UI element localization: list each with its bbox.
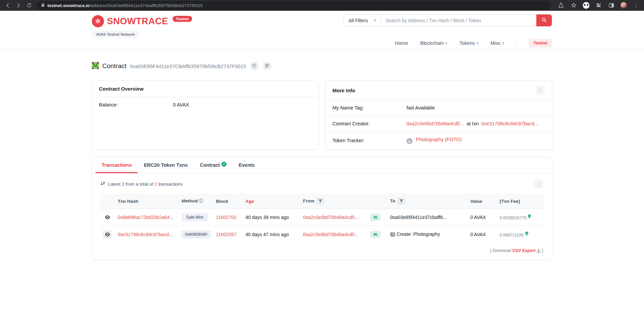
browser-back-icon[interactable] xyxy=(4,2,11,9)
extensions-puzzle-icon[interactable] xyxy=(595,2,602,9)
info-circle-icon[interactable]: ⓘ xyxy=(199,198,203,203)
tab-bar: Transactions ERC20 Token Txns Contract✓ … xyxy=(92,157,552,173)
qr-code-button[interactable] xyxy=(263,62,272,70)
nav-blockchain[interactable]: Blockchain▾ xyxy=(420,40,448,46)
snowtrace-logo[interactable]: ❄ SNOWTRACE Testnet xyxy=(92,13,192,27)
col-header-age[interactable]: Age xyxy=(243,194,300,209)
col-header-block: Block xyxy=(213,194,243,209)
col-header-value: Value xyxy=(468,194,497,209)
method-badge[interactable]: 0x60806040 xyxy=(182,230,211,239)
value-cell: 0 AVAX xyxy=(468,226,497,243)
from-address-link[interactable]: 0xa2c5e0bd70b48a4cd5... xyxy=(303,232,359,237)
download-prefix: [ Download xyxy=(490,248,511,253)
balance-label: Balance: xyxy=(99,102,173,107)
copy-address-button[interactable] xyxy=(250,62,259,70)
tab-events-label: Events xyxy=(239,162,255,168)
browser-menu-kebab-icon[interactable]: ⋮ xyxy=(633,2,640,9)
tab-contract[interactable]: Contract✓ xyxy=(194,157,233,173)
summary-suffix: transactions xyxy=(158,182,183,187)
tab-events[interactable]: Events xyxy=(232,157,261,173)
summary-count: 2 xyxy=(154,182,157,187)
browser-reload-icon[interactable] xyxy=(26,2,33,9)
age-value: 40 days 39 mins ago xyxy=(243,209,300,226)
overview-card-title: Contract Overview xyxy=(99,86,144,92)
csv-export-line: [ Download CSV Export ] xyxy=(92,243,552,259)
from-address-link[interactable]: 0xa2c5e0bd70b48a4cd5... xyxy=(303,215,359,220)
search-filter-select[interactable]: All Filters ▾ xyxy=(344,14,381,26)
side-panel-icon[interactable] xyxy=(608,2,615,9)
more-info-card-title: More Info xyxy=(332,88,355,93)
testnet-network-button[interactable]: Testnet xyxy=(529,39,552,47)
col-header-method: Methodⓘ xyxy=(179,194,213,209)
chevron-down-icon: ▾ xyxy=(445,41,448,45)
gas-lightbulb-icon[interactable] xyxy=(525,233,529,237)
tab-erc20-label: ERC20 Token Txns xyxy=(144,162,187,168)
balance-value: 0 AVAX xyxy=(173,102,189,107)
nav-home[interactable]: Home xyxy=(395,40,408,46)
direction-in-badge: IN xyxy=(370,214,381,221)
verified-check-icon: ✓ xyxy=(221,162,226,167)
contract-creator-label: Contract Creator: xyxy=(332,121,406,126)
col-header-to: To xyxy=(388,194,468,209)
method-badge[interactable]: Safe Mint xyxy=(182,213,208,221)
chevron-down-icon: ▾ xyxy=(476,41,478,45)
tab-transactions[interactable]: Transactions xyxy=(96,157,138,173)
browser-forward-icon[interactable] xyxy=(15,2,22,9)
brand-testnet-badge: Testnet xyxy=(173,16,192,22)
url-path: /address/0xa03e85f4411e37cbaff635975bf38… xyxy=(90,3,203,8)
transactions-summary: Latest 2 from a total of 2 transactions xyxy=(100,181,183,187)
preview-txn-button[interactable] xyxy=(103,230,112,239)
contract-creation-icon xyxy=(390,232,395,237)
nav-blockchain-label: Blockchain xyxy=(420,40,444,46)
txn-fee-value: 0.065711195 xyxy=(500,233,524,237)
more-info-card: More Info ⋮ My Name Tag: Not Available C… xyxy=(325,81,552,150)
col-header-direction xyxy=(367,194,388,209)
txn-hash-link[interactable]: 0x8b698ac72bd20b2a64... xyxy=(118,215,174,220)
url-domain: testnet.snowtrace.io xyxy=(47,3,90,8)
block-link[interactable]: 11602702 xyxy=(216,215,237,220)
search-button[interactable] xyxy=(536,14,552,26)
creator-address-link[interactable]: 0xa2c5e0bd70b48a4cd5... xyxy=(406,121,464,126)
copy-icon xyxy=(252,64,256,69)
col-header-txn-hash: Txn Hash xyxy=(115,194,179,209)
to-filter-button[interactable] xyxy=(397,197,405,205)
sort-icon xyxy=(100,181,105,187)
name-tag-label: My Name Tag: xyxy=(332,105,406,110)
table-row: 0x8b698ac72bd20b2a64... Safe Mint 116027… xyxy=(100,209,544,226)
nav-misc[interactable]: Misc▾ xyxy=(491,40,504,46)
contract-address: 0xa03E85F4411e37CBAff635975bf38cB2737F00… xyxy=(130,63,246,69)
nav-tokens[interactable]: Tokens▾ xyxy=(459,40,478,46)
extension-owl-icon[interactable] xyxy=(583,2,589,9)
more-info-menu-button[interactable]: ⋮ xyxy=(536,86,545,95)
share-icon[interactable] xyxy=(557,2,565,9)
tab-contract-label: Contract xyxy=(200,162,220,168)
download-icon[interactable] xyxy=(537,248,541,253)
browser-profile-avatar[interactable] xyxy=(620,2,627,9)
col-header-txn-fee: [Txn Fee] xyxy=(497,194,544,209)
search-input[interactable] xyxy=(381,14,536,26)
token-tracker-label: Token Tracker: xyxy=(332,138,406,143)
contract-overview-card: Contract Overview Balance: 0 AVAX xyxy=(92,81,319,150)
token-tracker-link[interactable]: Photography (FOTO) xyxy=(416,137,462,142)
contract-identicon xyxy=(92,62,99,70)
from-filter-button[interactable] xyxy=(316,197,324,205)
creator-txn-link[interactable]: 0xe31798c6c84c97bacd... xyxy=(481,121,538,126)
brand-text: SNOWTRACE xyxy=(107,15,168,27)
address-bar[interactable]: testnet.snowtrace.io/address/0xa03e85f44… xyxy=(36,1,550,10)
tab-erc20-token-txns[interactable]: ERC20 Token Txns xyxy=(138,157,193,173)
chevron-down-icon: ▾ xyxy=(502,41,504,45)
to-contract-name: Create: Photography xyxy=(397,231,440,237)
block-link[interactable]: 11602557 xyxy=(216,232,237,237)
search-filter-label: All Filters xyxy=(349,18,368,23)
tab-transactions-label: Transactions xyxy=(102,162,132,168)
gas-lightbulb-icon[interactable] xyxy=(528,216,531,220)
chevron-down-icon: ▾ xyxy=(374,18,376,23)
search-bar: All Filters ▾ xyxy=(344,14,552,27)
bookmark-star-icon[interactable] xyxy=(570,2,577,9)
csv-export-link[interactable]: CSV Export xyxy=(512,248,536,253)
transactions-menu-button[interactable]: ⋮ xyxy=(534,180,544,188)
to-address: 0xa03e85f4411e37cbaff6... xyxy=(388,209,468,226)
txn-hash-link[interactable]: 0xe31798c6c84c97bacd... xyxy=(118,232,173,237)
col-header-eye xyxy=(100,194,115,209)
preview-txn-button[interactable] xyxy=(103,213,112,222)
